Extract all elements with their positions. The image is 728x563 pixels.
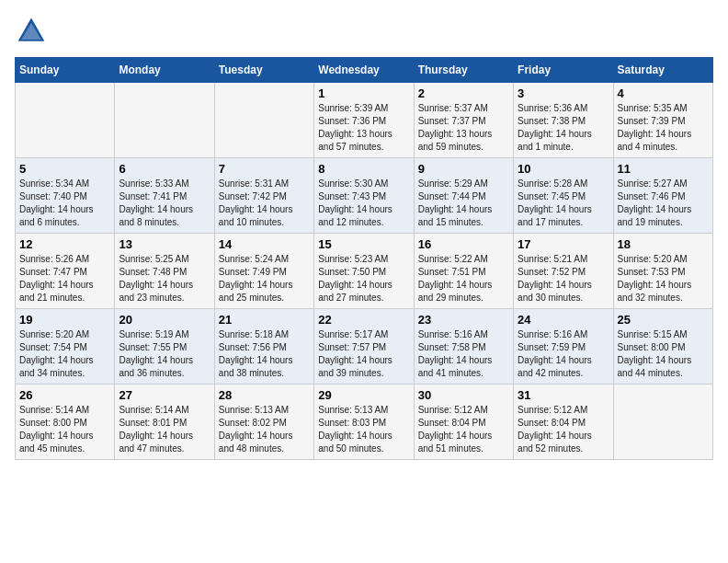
day-number: 24 <box>518 313 609 327</box>
day-info: Sunrise: 5:20 AM Sunset: 7:53 PM Dayligh… <box>618 253 709 304</box>
day-header-tuesday: Tuesday <box>214 58 313 83</box>
day-info: Sunrise: 5:28 AM Sunset: 7:45 PM Dayligh… <box>518 178 609 229</box>
day-number: 20 <box>119 313 210 327</box>
week-row: 1Sunrise: 5:39 AM Sunset: 7:36 PM Daylig… <box>16 83 713 158</box>
calendar-cell: 2Sunrise: 5:37 AM Sunset: 7:37 PM Daylig… <box>414 83 513 158</box>
calendar-cell: 5Sunrise: 5:34 AM Sunset: 7:40 PM Daylig… <box>16 158 115 234</box>
calendar-cell: 19Sunrise: 5:20 AM Sunset: 7:54 PM Dayli… <box>16 309 115 385</box>
day-number: 7 <box>219 162 310 176</box>
day-info: Sunrise: 5:29 AM Sunset: 7:44 PM Dayligh… <box>418 178 509 229</box>
day-info: Sunrise: 5:31 AM Sunset: 7:42 PM Dayligh… <box>219 178 310 229</box>
day-header-friday: Friday <box>514 58 613 83</box>
day-info: Sunrise: 5:26 AM Sunset: 7:47 PM Dayligh… <box>19 253 110 304</box>
day-info: Sunrise: 5:39 AM Sunset: 7:36 PM Dayligh… <box>318 102 409 154</box>
day-number: 9 <box>418 162 509 176</box>
calendar-cell: 20Sunrise: 5:19 AM Sunset: 7:55 PM Dayli… <box>115 309 214 385</box>
day-number: 22 <box>318 313 409 327</box>
calendar-cell: 8Sunrise: 5:30 AM Sunset: 7:43 PM Daylig… <box>314 158 414 234</box>
calendar-cell: 23Sunrise: 5:16 AM Sunset: 7:58 PM Dayli… <box>414 309 513 385</box>
calendar-cell: 21Sunrise: 5:18 AM Sunset: 7:56 PM Dayli… <box>214 309 313 385</box>
day-number: 28 <box>219 388 310 402</box>
calendar-cell: 26Sunrise: 5:14 AM Sunset: 8:00 PM Dayli… <box>16 385 115 460</box>
day-info: Sunrise: 5:20 AM Sunset: 7:54 PM Dayligh… <box>19 328 110 380</box>
day-number: 17 <box>518 237 609 251</box>
day-info: Sunrise: 5:21 AM Sunset: 7:52 PM Dayligh… <box>518 253 609 304</box>
day-header-wednesday: Wednesday <box>314 58 414 83</box>
page-header <box>15 15 713 48</box>
calendar-cell: 25Sunrise: 5:15 AM Sunset: 8:00 PM Dayli… <box>613 309 712 385</box>
day-info: Sunrise: 5:13 AM Sunset: 8:03 PM Dayligh… <box>318 404 409 455</box>
calendar-cell: 1Sunrise: 5:39 AM Sunset: 7:36 PM Daylig… <box>314 83 414 158</box>
day-info: Sunrise: 5:25 AM Sunset: 7:48 PM Dayligh… <box>119 253 210 304</box>
calendar-body: 1Sunrise: 5:39 AM Sunset: 7:36 PM Daylig… <box>16 83 713 460</box>
day-number: 12 <box>19 237 110 251</box>
calendar-cell: 15Sunrise: 5:23 AM Sunset: 7:50 PM Dayli… <box>314 234 414 309</box>
calendar-cell: 31Sunrise: 5:12 AM Sunset: 8:04 PM Dayli… <box>514 385 613 460</box>
calendar-cell <box>115 83 214 158</box>
day-info: Sunrise: 5:18 AM Sunset: 7:56 PM Dayligh… <box>219 328 310 380</box>
day-info: Sunrise: 5:35 AM Sunset: 7:39 PM Dayligh… <box>618 102 709 154</box>
calendar-cell: 6Sunrise: 5:33 AM Sunset: 7:41 PM Daylig… <box>115 158 214 234</box>
day-number: 16 <box>418 237 509 251</box>
day-number: 18 <box>618 237 709 251</box>
day-number: 26 <box>19 388 110 402</box>
calendar-cell: 7Sunrise: 5:31 AM Sunset: 7:42 PM Daylig… <box>214 158 313 234</box>
calendar-cell: 3Sunrise: 5:36 AM Sunset: 7:38 PM Daylig… <box>514 83 613 158</box>
day-number: 30 <box>418 388 509 402</box>
week-row: 26Sunrise: 5:14 AM Sunset: 8:00 PM Dayli… <box>16 385 713 460</box>
day-number: 15 <box>318 237 409 251</box>
calendar-cell: 12Sunrise: 5:26 AM Sunset: 7:47 PM Dayli… <box>16 234 115 309</box>
day-header-sunday: Sunday <box>16 58 115 83</box>
calendar-cell: 18Sunrise: 5:20 AM Sunset: 7:53 PM Dayli… <box>613 234 712 309</box>
day-number: 8 <box>318 162 409 176</box>
day-info: Sunrise: 5:12 AM Sunset: 8:04 PM Dayligh… <box>418 404 509 455</box>
calendar-cell: 27Sunrise: 5:14 AM Sunset: 8:01 PM Dayli… <box>115 385 214 460</box>
day-number: 3 <box>518 86 609 100</box>
calendar-cell: 4Sunrise: 5:35 AM Sunset: 7:39 PM Daylig… <box>613 83 712 158</box>
day-info: Sunrise: 5:27 AM Sunset: 7:46 PM Dayligh… <box>618 178 709 229</box>
day-info: Sunrise: 5:14 AM Sunset: 8:00 PM Dayligh… <box>19 404 110 455</box>
day-header-saturday: Saturday <box>613 58 712 83</box>
day-info: Sunrise: 5:36 AM Sunset: 7:38 PM Dayligh… <box>518 102 609 154</box>
day-header-monday: Monday <box>115 58 214 83</box>
day-number: 2 <box>418 86 509 100</box>
calendar-cell: 9Sunrise: 5:29 AM Sunset: 7:44 PM Daylig… <box>414 158 513 234</box>
week-row: 12Sunrise: 5:26 AM Sunset: 7:47 PM Dayli… <box>16 234 713 309</box>
day-info: Sunrise: 5:30 AM Sunset: 7:43 PM Dayligh… <box>318 178 409 229</box>
day-number: 27 <box>119 388 210 402</box>
days-row: SundayMondayTuesdayWednesdayThursdayFrid… <box>16 58 713 83</box>
logo <box>15 15 51 48</box>
day-number: 25 <box>618 313 709 327</box>
day-number: 4 <box>618 86 709 100</box>
logo-icon <box>15 15 48 48</box>
day-number: 21 <box>219 313 310 327</box>
calendar-cell <box>214 83 313 158</box>
calendar-cell: 13Sunrise: 5:25 AM Sunset: 7:48 PM Dayli… <box>115 234 214 309</box>
calendar-cell <box>16 83 115 158</box>
calendar-cell: 30Sunrise: 5:12 AM Sunset: 8:04 PM Dayli… <box>414 385 513 460</box>
calendar-cell: 22Sunrise: 5:17 AM Sunset: 7:57 PM Dayli… <box>314 309 414 385</box>
calendar-cell: 28Sunrise: 5:13 AM Sunset: 8:02 PM Dayli… <box>214 385 313 460</box>
day-info: Sunrise: 5:17 AM Sunset: 7:57 PM Dayligh… <box>318 328 409 380</box>
calendar-table: SundayMondayTuesdayWednesdayThursdayFrid… <box>15 57 713 460</box>
calendar-cell: 16Sunrise: 5:22 AM Sunset: 7:51 PM Dayli… <box>414 234 513 309</box>
day-number: 31 <box>518 388 609 402</box>
day-info: Sunrise: 5:15 AM Sunset: 8:00 PM Dayligh… <box>618 328 709 380</box>
day-info: Sunrise: 5:13 AM Sunset: 8:02 PM Dayligh… <box>219 404 310 455</box>
day-info: Sunrise: 5:14 AM Sunset: 8:01 PM Dayligh… <box>119 404 210 455</box>
day-number: 5 <box>19 162 110 176</box>
day-number: 23 <box>418 313 509 327</box>
day-info: Sunrise: 5:16 AM Sunset: 7:58 PM Dayligh… <box>418 328 509 380</box>
day-number: 19 <box>19 313 110 327</box>
day-info: Sunrise: 5:24 AM Sunset: 7:49 PM Dayligh… <box>219 253 310 304</box>
day-info: Sunrise: 5:22 AM Sunset: 7:51 PM Dayligh… <box>418 253 509 304</box>
day-number: 29 <box>318 388 409 402</box>
day-info: Sunrise: 5:16 AM Sunset: 7:59 PM Dayligh… <box>518 328 609 380</box>
calendar-cell: 29Sunrise: 5:13 AM Sunset: 8:03 PM Dayli… <box>314 385 414 460</box>
day-number: 6 <box>119 162 210 176</box>
week-row: 19Sunrise: 5:20 AM Sunset: 7:54 PM Dayli… <box>16 309 713 385</box>
week-row: 5Sunrise: 5:34 AM Sunset: 7:40 PM Daylig… <box>16 158 713 234</box>
day-number: 11 <box>618 162 709 176</box>
day-header-thursday: Thursday <box>414 58 513 83</box>
calendar-header: SundayMondayTuesdayWednesdayThursdayFrid… <box>16 58 713 83</box>
